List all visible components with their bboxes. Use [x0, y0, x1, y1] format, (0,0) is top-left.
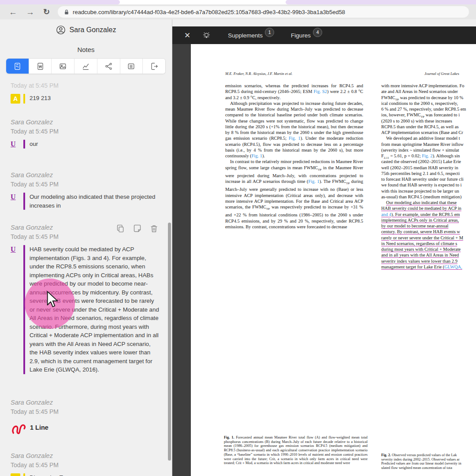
caption-line: severity index during 2002–2015. Observe…: [381, 457, 461, 462]
underline-bar: [23, 140, 25, 149]
notes-list: Today at 5:45 PM A219 213Sara GonzalezTo…: [0, 80, 167, 476]
close-icon[interactable]: ✕: [184, 31, 190, 40]
pdf-toolbar: ✕ Supplements1 Figures4: [172, 26, 476, 44]
highlight-bar: [23, 94, 25, 104]
note-author: Sara Gonzalez: [11, 119, 167, 126]
lock-icon: [64, 9, 69, 15]
note-content: 1 Line: [11, 420, 167, 438]
note-content: ADiscussion To: [11, 473, 167, 476]
viewer-top-strip: [172, 19, 476, 26]
note-entry[interactable]: A219 213: [11, 94, 167, 104]
note-actions: [116, 224, 159, 235]
browser-toolbar: ← → ↻ readcube.com/library/c47444ad-f03a…: [0, 4, 476, 19]
notes-sidebar: Sara Gonzalez Notes Today at 5:45 PM A21…: [0, 19, 172, 476]
note-author: Sara Gonzalez: [11, 399, 167, 406]
figures-tab[interactable]: Figures4: [291, 31, 322, 40]
notes-toolbar: [6, 58, 166, 74]
note-content: UOur modeling also indicated that these …: [11, 193, 167, 210]
note-entry[interactable]: Sara GonzalezToday at 5:45 PMUour: [11, 119, 167, 149]
figure-2-scatter: [378, 305, 476, 450]
note-content: Uour: [11, 140, 167, 149]
browser-tab-left[interactable]: [0, 0, 120, 4]
note-text: 1 Line: [30, 424, 160, 432]
note-text: Our modeling also indicated that these p…: [30, 193, 160, 210]
tool-export-view[interactable]: [143, 59, 165, 74]
forward-icon[interactable]: →: [26, 8, 34, 16]
highlight-bar: [23, 473, 25, 476]
copy-icon[interactable]: [116, 224, 125, 235]
share-icon: [104, 62, 113, 71]
url-text: readcube.com/library/c47444ad-f03a-4e2f-…: [73, 9, 345, 15]
reload-icon[interactable]: ↻: [43, 8, 50, 16]
note-time: Today at 5:45 PM: [11, 128, 167, 135]
browser-tab-strip: [0, 0, 476, 4]
tool-graph-view[interactable]: [97, 59, 120, 74]
note-time-partial: Today at 5:45 PM: [11, 82, 167, 89]
figures-count-badge: 4: [313, 28, 322, 37]
tool-word-export[interactable]: [29, 59, 52, 74]
note-text: 219 213: [30, 94, 160, 103]
supplements-tab[interactable]: Supplements1: [228, 31, 274, 40]
avatar-icon: [56, 25, 66, 35]
note-text: our: [30, 140, 160, 149]
export-icon: [150, 62, 158, 71]
tool-charts-view[interactable]: [74, 59, 97, 74]
mouse-cursor-icon: [46, 291, 61, 309]
lightbulb-icon[interactable]: [202, 31, 211, 40]
user-header: Sara Gonzalez: [0, 19, 172, 35]
note-content: A219 213: [11, 94, 167, 104]
underline-bar: [23, 193, 25, 210]
panel-title: Notes: [0, 46, 172, 53]
note-time: Today at 5:45 PM: [11, 181, 167, 188]
image-icon: [59, 62, 67, 71]
address-bar[interactable]: readcube.com/library/c47444ad-f03a-4e2f-…: [58, 6, 469, 18]
underline-icon: U: [11, 245, 20, 254]
tool-figures-view[interactable]: [52, 59, 74, 74]
chart-icon: [82, 62, 90, 71]
user-name: Sara Gonzalez: [70, 26, 116, 34]
back-icon[interactable]: ←: [9, 8, 17, 16]
note-time: Today at 5:45 PM: [11, 461, 167, 469]
list-icon: [127, 62, 135, 71]
note-entry[interactable]: Sara GonzalezToday at 5:45 PM1 Line: [11, 399, 167, 438]
figure-2-caption: Fig. 2. Observed versus predicted values…: [381, 453, 461, 470]
trash-icon[interactable]: [149, 224, 159, 235]
tool-notes-view[interactable]: [6, 59, 29, 74]
note-time: Today at 5:45 PM: [11, 408, 167, 415]
caption-line: ulated flow weighted mean concentration …: [381, 466, 461, 470]
sidebar-scrollbar[interactable]: [168, 223, 171, 461]
note-entry[interactable]: Sara GonzalezToday at 5:45 PMADiscussion…: [11, 452, 167, 476]
supplements-count-badge: 1: [265, 28, 274, 37]
caption-line: Predicted values are from our linear mod…: [381, 461, 461, 466]
note-icon[interactable]: [133, 224, 142, 235]
note-author: Sara Gonzalez: [11, 452, 167, 459]
caption-line: Fig. 2. Observed versus predicted values…: [381, 453, 461, 457]
note-entry[interactable]: Sara GonzalezToday at 5:45 PMUOur modeli…: [11, 171, 167, 210]
browser-tab-right[interactable]: [286, 0, 476, 4]
underline-icon: U: [11, 140, 20, 149]
pdf-viewer: ✕ Supplements1 Figures4 M.E. Fraker, N.R…: [172, 19, 476, 476]
highlight-icon: A: [11, 473, 20, 476]
tool-list-view[interactable]: [120, 59, 143, 74]
pdf-page: M.E. Fraker, N.R. Aloysius, J.F. Martin …: [191, 44, 476, 476]
note-author: Sara Gonzalez: [11, 171, 167, 178]
squiggle-icon: [11, 420, 30, 438]
highlight-icon: A: [11, 94, 20, 104]
underline-icon: U: [11, 193, 20, 201]
word-icon: [36, 62, 45, 71]
note-text: Discussion To: [30, 473, 160, 476]
underline-bar: [23, 245, 25, 374]
doc-icon: [13, 62, 22, 71]
figure-1-caption: Fig. 1. Forecasted annual mean Maumee Ri…: [224, 435, 368, 465]
